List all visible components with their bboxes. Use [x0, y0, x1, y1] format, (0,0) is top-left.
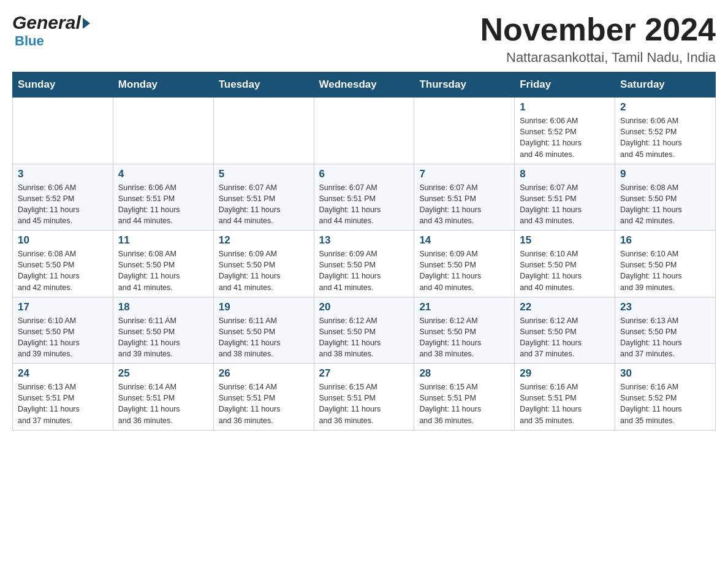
day-number: 9 — [620, 168, 710, 180]
day-number: 2 — [620, 101, 710, 113]
day-number: 26 — [219, 367, 309, 380]
calendar-cell: 18Sunrise: 6:11 AM Sunset: 5:50 PM Dayli… — [113, 297, 213, 364]
calendar-cell: 28Sunrise: 6:15 AM Sunset: 5:51 PM Dayli… — [414, 364, 515, 431]
calendar-day-header: Tuesday — [213, 72, 314, 98]
day-info: Sunrise: 6:06 AM Sunset: 5:52 PM Dayligh… — [520, 115, 610, 160]
calendar-cell — [213, 98, 314, 164]
calendar-week-row: 1Sunrise: 6:06 AM Sunset: 5:52 PM Daylig… — [13, 98, 716, 164]
day-number: 10 — [18, 234, 108, 247]
day-number: 21 — [419, 301, 509, 313]
day-number: 5 — [219, 168, 309, 180]
logo-general-text: General — [12, 12, 81, 33]
day-number: 11 — [118, 234, 208, 247]
day-info: Sunrise: 6:09 AM Sunset: 5:50 PM Dayligh… — [419, 248, 509, 293]
logo: General Blue — [12, 12, 90, 48]
calendar-cell: 4Sunrise: 6:06 AM Sunset: 5:51 PM Daylig… — [113, 164, 213, 231]
day-info: Sunrise: 6:08 AM Sunset: 5:50 PM Dayligh… — [620, 182, 710, 227]
day-number: 22 — [520, 301, 610, 313]
calendar-cell: 27Sunrise: 6:15 AM Sunset: 5:51 PM Dayli… — [314, 364, 414, 431]
calendar-cell: 3Sunrise: 6:06 AM Sunset: 5:52 PM Daylig… — [13, 164, 113, 231]
day-info: Sunrise: 6:08 AM Sunset: 5:50 PM Dayligh… — [118, 248, 208, 293]
day-number: 14 — [419, 234, 509, 247]
day-info: Sunrise: 6:10 AM Sunset: 5:50 PM Dayligh… — [620, 248, 710, 293]
calendar-week-row: 24Sunrise: 6:13 AM Sunset: 5:51 PM Dayli… — [13, 364, 716, 431]
day-info: Sunrise: 6:15 AM Sunset: 5:51 PM Dayligh… — [419, 381, 509, 426]
day-info: Sunrise: 6:14 AM Sunset: 5:51 PM Dayligh… — [118, 381, 208, 426]
day-number: 3 — [18, 168, 108, 180]
day-number: 18 — [118, 301, 208, 313]
day-info: Sunrise: 6:07 AM Sunset: 5:51 PM Dayligh… — [419, 182, 509, 227]
calendar-cell: 7Sunrise: 6:07 AM Sunset: 5:51 PM Daylig… — [414, 164, 515, 231]
calendar-cell: 17Sunrise: 6:10 AM Sunset: 5:50 PM Dayli… — [13, 297, 113, 364]
day-number: 12 — [219, 234, 309, 247]
title-block: November 2024 Nattarasankottai, Tamil Na… — [480, 12, 716, 66]
calendar-cell: 11Sunrise: 6:08 AM Sunset: 5:50 PM Dayli… — [113, 231, 213, 297]
day-info: Sunrise: 6:07 AM Sunset: 5:51 PM Dayligh… — [319, 182, 409, 227]
day-info: Sunrise: 6:06 AM Sunset: 5:52 PM Dayligh… — [620, 115, 710, 160]
calendar-table: SundayMondayTuesdayWednesdayThursdayFrid… — [12, 72, 716, 431]
calendar-cell: 24Sunrise: 6:13 AM Sunset: 5:51 PM Dayli… — [13, 364, 113, 431]
day-info: Sunrise: 6:09 AM Sunset: 5:50 PM Dayligh… — [319, 248, 409, 293]
calendar-cell: 12Sunrise: 6:09 AM Sunset: 5:50 PM Dayli… — [213, 231, 314, 297]
calendar-cell: 10Sunrise: 6:08 AM Sunset: 5:50 PM Dayli… — [13, 231, 113, 297]
calendar-cell: 19Sunrise: 6:11 AM Sunset: 5:50 PM Dayli… — [213, 297, 314, 364]
calendar-header-row: SundayMondayTuesdayWednesdayThursdayFrid… — [13, 72, 716, 98]
day-info: Sunrise: 6:11 AM Sunset: 5:50 PM Dayligh… — [219, 315, 309, 360]
day-info: Sunrise: 6:12 AM Sunset: 5:50 PM Dayligh… — [520, 315, 610, 360]
calendar-week-row: 3Sunrise: 6:06 AM Sunset: 5:52 PM Daylig… — [13, 164, 716, 231]
calendar-cell: 25Sunrise: 6:14 AM Sunset: 5:51 PM Dayli… — [113, 364, 213, 431]
calendar-cell — [314, 98, 414, 164]
calendar-cell: 30Sunrise: 6:16 AM Sunset: 5:52 PM Dayli… — [615, 364, 716, 431]
day-number: 13 — [319, 234, 409, 247]
calendar-cell: 9Sunrise: 6:08 AM Sunset: 5:50 PM Daylig… — [615, 164, 716, 231]
calendar-cell — [13, 98, 113, 164]
calendar-cell — [113, 98, 213, 164]
day-info: Sunrise: 6:08 AM Sunset: 5:50 PM Dayligh… — [18, 248, 108, 293]
calendar-cell: 20Sunrise: 6:12 AM Sunset: 5:50 PM Dayli… — [314, 297, 414, 364]
day-info: Sunrise: 6:14 AM Sunset: 5:51 PM Dayligh… — [219, 381, 309, 426]
calendar-week-row: 17Sunrise: 6:10 AM Sunset: 5:50 PM Dayli… — [13, 297, 716, 364]
day-info: Sunrise: 6:09 AM Sunset: 5:50 PM Dayligh… — [219, 248, 309, 293]
calendar-cell: 1Sunrise: 6:06 AM Sunset: 5:52 PM Daylig… — [515, 98, 615, 164]
day-number: 23 — [620, 301, 710, 313]
day-number: 30 — [620, 367, 710, 380]
calendar-cell: 5Sunrise: 6:07 AM Sunset: 5:51 PM Daylig… — [213, 164, 314, 231]
day-number: 8 — [520, 168, 610, 180]
day-number: 6 — [319, 168, 409, 180]
calendar-cell: 21Sunrise: 6:12 AM Sunset: 5:50 PM Dayli… — [414, 297, 515, 364]
calendar-cell: 23Sunrise: 6:13 AM Sunset: 5:50 PM Dayli… — [615, 297, 716, 364]
day-number: 16 — [620, 234, 710, 247]
page-subtitle: Nattarasankottai, Tamil Nadu, India — [480, 50, 716, 66]
day-info: Sunrise: 6:06 AM Sunset: 5:51 PM Dayligh… — [118, 182, 208, 227]
calendar-cell: 2Sunrise: 6:06 AM Sunset: 5:52 PM Daylig… — [615, 98, 716, 164]
calendar-cell: 6Sunrise: 6:07 AM Sunset: 5:51 PM Daylig… — [314, 164, 414, 231]
day-number: 27 — [319, 367, 409, 380]
day-info: Sunrise: 6:11 AM Sunset: 5:50 PM Dayligh… — [118, 315, 208, 360]
day-number: 15 — [520, 234, 610, 247]
day-number: 1 — [520, 101, 610, 113]
day-number: 25 — [118, 367, 208, 380]
day-info: Sunrise: 6:12 AM Sunset: 5:50 PM Dayligh… — [319, 315, 409, 360]
day-info: Sunrise: 6:10 AM Sunset: 5:50 PM Dayligh… — [18, 315, 108, 360]
day-number: 28 — [419, 367, 509, 380]
calendar-cell: 26Sunrise: 6:14 AM Sunset: 5:51 PM Dayli… — [213, 364, 314, 431]
day-number: 19 — [219, 301, 309, 313]
logo-blue-text: Blue — [15, 34, 44, 48]
calendar-cell: 8Sunrise: 6:07 AM Sunset: 5:51 PM Daylig… — [515, 164, 615, 231]
day-info: Sunrise: 6:07 AM Sunset: 5:51 PM Dayligh… — [219, 182, 309, 227]
day-info: Sunrise: 6:16 AM Sunset: 5:51 PM Dayligh… — [520, 381, 610, 426]
day-number: 4 — [118, 168, 208, 180]
day-number: 7 — [419, 168, 509, 180]
calendar-cell: 22Sunrise: 6:12 AM Sunset: 5:50 PM Dayli… — [515, 297, 615, 364]
day-info: Sunrise: 6:12 AM Sunset: 5:50 PM Dayligh… — [419, 315, 509, 360]
day-info: Sunrise: 6:10 AM Sunset: 5:50 PM Dayligh… — [520, 248, 610, 293]
page-title: November 2024 — [480, 12, 716, 47]
day-info: Sunrise: 6:13 AM Sunset: 5:50 PM Dayligh… — [620, 315, 710, 360]
logo-triangle-icon — [83, 18, 90, 29]
page-header: General Blue November 2024 Nattarasankot… — [12, 12, 716, 66]
day-number: 29 — [520, 367, 610, 380]
calendar-day-header: Friday — [515, 72, 615, 98]
calendar-cell: 14Sunrise: 6:09 AM Sunset: 5:50 PM Dayli… — [414, 231, 515, 297]
calendar-day-header: Thursday — [414, 72, 515, 98]
calendar-cell — [414, 98, 515, 164]
